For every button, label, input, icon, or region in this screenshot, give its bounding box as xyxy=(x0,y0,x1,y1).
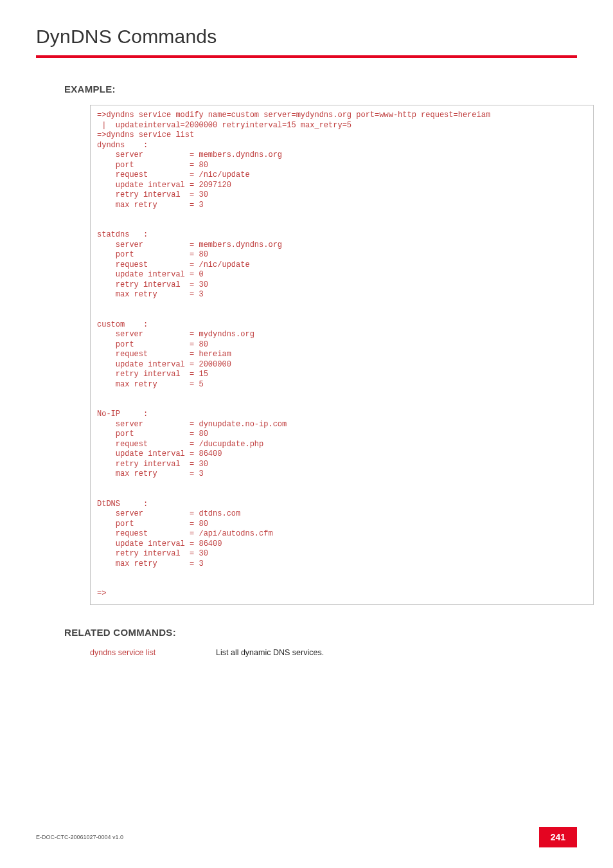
example-heading: EXAMPLE: xyxy=(64,84,577,95)
related-command-name: dyndns service list xyxy=(90,648,180,657)
footer: E-DOC-CTC-20061027-0004 v1.0 241 xyxy=(36,827,577,847)
related-heading: RELATED COMMANDS: xyxy=(64,627,577,638)
page-number-badge: 241 xyxy=(539,827,577,847)
example-code: =>dyndns service modify name=custom serv… xyxy=(97,111,587,599)
page-title: DynDNS Commands xyxy=(36,26,577,48)
related-row: dyndns service list List all dynamic DNS… xyxy=(90,648,577,657)
footer-docid: E-DOC-CTC-20061027-0004 v1.0 xyxy=(36,834,123,840)
header-rule xyxy=(36,55,577,58)
related-command-desc: List all dynamic DNS services. xyxy=(216,648,324,657)
example-code-box: =>dyndns service modify name=custom serv… xyxy=(90,105,594,605)
